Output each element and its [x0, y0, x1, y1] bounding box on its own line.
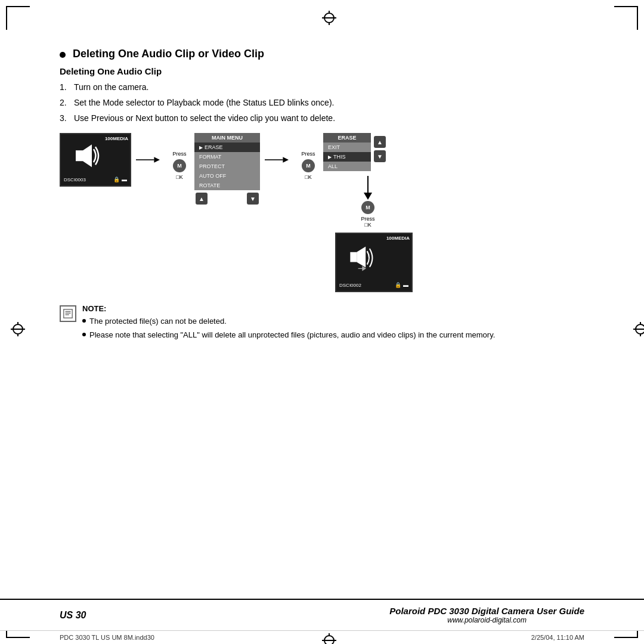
right-group: ERASE EXIT ▶ THIS ALL ▲ ▼	[323, 133, 413, 292]
menu-item-protect: PROTECT	[194, 162, 260, 171]
ok-label-1: □K	[176, 174, 182, 180]
press-block-2: Press M □K	[293, 133, 323, 180]
down-arrow-press: M Press □K	[323, 171, 413, 233]
ok-label-3: □K	[364, 222, 371, 228]
section-heading: Deleting One Audio Clip or Video Clip	[60, 48, 584, 60]
guide-title: Polaroid PDC 3030 Digital Camera User Gu…	[389, 606, 584, 616]
erase-item-this: ▶ THIS	[323, 152, 371, 162]
svg-marker-7	[364, 193, 372, 200]
svg-marker-1	[83, 144, 92, 167]
erase-item-exit: EXIT	[323, 143, 371, 152]
svg-rect-12	[64, 309, 72, 318]
svg-marker-9	[357, 247, 366, 268]
step-num-3: 3.	[60, 112, 72, 125]
date-label: 2/25/04, 11:10 AM	[531, 634, 584, 641]
arrow-1	[131, 133, 165, 166]
step-text-3: Use Previous or Next button to select th…	[74, 112, 584, 125]
bullet-icon	[60, 52, 66, 58]
svg-rect-0	[76, 150, 83, 161]
file-label: PDC 3030 TL US UM 8M.indd30	[60, 634, 154, 641]
erase-arrow: ▶	[199, 145, 203, 150]
note-dot-2	[82, 333, 86, 336]
right-top-row: ERASE EXIT ▶ THIS ALL ▲ ▼	[323, 133, 413, 171]
bottom-icons-1: 🔒 ▬	[113, 177, 127, 182]
main-menu-header: MAIN MENU	[194, 133, 260, 143]
nav-up-btn-2[interactable]: ▲	[374, 136, 386, 148]
erase-menu: ERASE EXIT ▶ THIS ALL	[323, 133, 371, 171]
speaker-icon-2	[348, 243, 378, 275]
m-button-2[interactable]: M	[302, 159, 315, 172]
svg-rect-8	[350, 252, 357, 262]
corner-mark-tl	[6, 6, 30, 30]
bottom-camera-wrap: 100MEDIA	[323, 233, 413, 292]
menu-rotate-label: ROTATE	[199, 182, 220, 188]
svg-marker-3	[154, 157, 160, 163]
ok-label-2: □K	[305, 174, 311, 180]
media-label-2: 100MEDIA	[386, 236, 410, 241]
step-3: 3. Use Previous or Next button to select…	[60, 112, 584, 125]
section-title: Deleting One Audio Clip or Video Clip	[73, 48, 264, 60]
bottom-icons-2: 🔒 ▬	[395, 282, 408, 288]
press-block-1: Press M □K	[165, 133, 194, 180]
steps-list: 1. Turn on the camera. 2. Set the Mode s…	[60, 81, 584, 125]
this-arrow: ▶	[328, 154, 332, 160]
speaker-icon-1	[73, 141, 103, 172]
erase-item-all: ALL	[323, 162, 371, 171]
note-bullet-2: Please note that selecting "ALL" will de…	[82, 329, 495, 341]
menu-autooff-label: AUTO OFF	[199, 173, 226, 179]
erase-all-label: ALL	[328, 163, 338, 169]
menu-protect-label: PROTECT	[199, 163, 225, 169]
footer-right: Polaroid PDC 3030 Digital Camera User Gu…	[389, 606, 584, 624]
menu-nav-row: ▲ ▼	[194, 190, 260, 206]
main-menu-panel: MAIN MENU ▶ ERASE FORMAT PROTECT AUTO OF…	[194, 133, 260, 206]
menu-erase-label: ERASE	[205, 144, 223, 150]
arrow-2	[260, 133, 293, 166]
erase-this-label: THIS	[333, 154, 346, 160]
step-2: 2. Set the Mode selector to Playback mod…	[60, 97, 584, 109]
nav-buttons-col: ▲ ▼	[371, 133, 386, 162]
nav-down-btn[interactable]: ▼	[247, 193, 259, 205]
note-text-2: Please note that selecting "ALL" will de…	[89, 329, 495, 341]
battery-icon-1: ▬	[122, 177, 127, 182]
lock-icon-1: 🔒	[113, 177, 120, 182]
erase-exit-label: EXIT	[328, 144, 340, 150]
menu-item-rotate: ROTATE	[194, 181, 260, 190]
note-content: NOTE: The protected file(s) can not be d…	[82, 304, 495, 342]
m-button-3[interactable]: M	[361, 201, 374, 214]
battery-icon-2: ▬	[403, 282, 408, 288]
erase-menu-header: ERASE	[323, 133, 371, 143]
menu-item-erase: ▶ ERASE	[194, 143, 260, 152]
step-text-1: Turn on the camera.	[74, 81, 584, 94]
menu-item-autooff: AUTO OFF	[194, 171, 260, 181]
camera-screen-2: 100MEDIA	[335, 233, 413, 292]
note-text-1: The protected file(s) can not be deleted…	[89, 315, 227, 327]
note-section: NOTE: The protected file(s) can not be d…	[60, 304, 584, 342]
dsci-label-2: DSCI0002	[339, 283, 361, 288]
media-label-1: 100MEDIA	[105, 136, 128, 141]
dsci-label-1: DSCI0003	[64, 177, 86, 182]
lock-icon-2: 🔒	[395, 282, 401, 288]
note-dot-1	[82, 319, 86, 323]
footer-main: US 30 Polaroid PDC 3030 Digital Camera U…	[0, 600, 644, 630]
press-label-3: Press	[361, 216, 374, 222]
note-title: NOTE:	[82, 304, 495, 313]
step-1: 1. Turn on the camera.	[60, 81, 584, 94]
step-num-1: 1.	[60, 81, 72, 94]
svg-marker-5	[283, 157, 289, 163]
menu-item-format: FORMAT	[194, 152, 260, 162]
nav-down-btn-2[interactable]: ▼	[374, 150, 386, 162]
subsection-title: Deleting One Audio Clip	[60, 66, 584, 76]
website: www.polaroid-digital.com	[389, 616, 584, 624]
main-content: Deleting One Audio Clip or Video Clip De…	[60, 48, 584, 584]
note-bullet-1: The protected file(s) can not be deleted…	[82, 315, 495, 327]
diagram-area: 100MEDIA DSCI0003 🔒 ▬	[60, 133, 584, 292]
footer: US 30 Polaroid PDC 3030 Digital Camera U…	[0, 599, 644, 644]
corner-mark-tr	[614, 6, 638, 30]
press-label-2: Press	[301, 151, 315, 157]
nav-up-btn[interactable]: ▲	[196, 193, 208, 205]
step-text-2: Set the Mode selector to Playback mode (…	[74, 97, 584, 109]
press-label-1: Press	[172, 151, 186, 157]
menu-format-label: FORMAT	[199, 154, 221, 160]
m-button-1[interactable]: M	[173, 159, 186, 172]
step-num-2: 2.	[60, 97, 72, 109]
